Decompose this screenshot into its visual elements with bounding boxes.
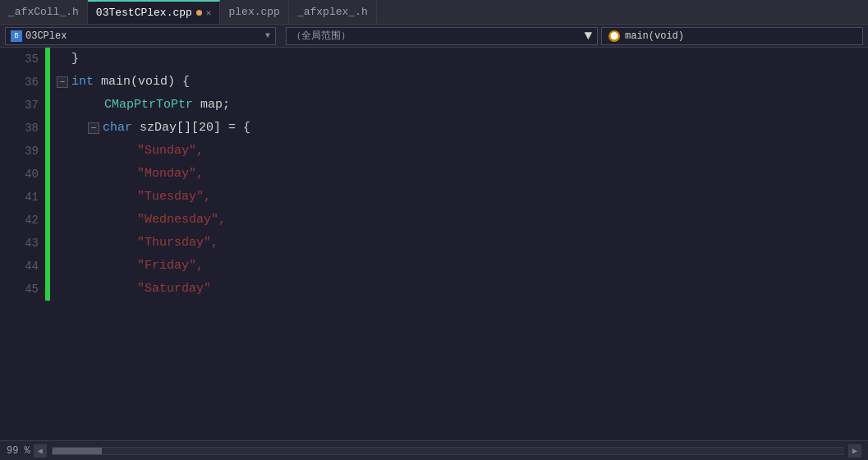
line-num-35: 35 [6,48,39,71]
code-36-rest: main(void) { [94,71,190,94]
code-line-38: − char szDay[][20] = { [57,117,868,140]
line-num-40: 40 [6,163,39,186]
code-line-41: "Tuesday", [57,186,868,209]
tab-plex-label: plex.cpp [228,6,279,18]
code-37-classname: CMapPtrToPtr [104,94,193,117]
tab-bar: _afxColl_.h 03TestCPlex.cpp ✕ plex.cpp _… [0,0,868,25]
tab-afxcoll[interactable]: _afxColl_.h [0,0,88,24]
code-line-36: − int main(void) { [57,71,868,94]
code-38-char: char [103,117,132,140]
code-line-40: "Monday", [57,163,868,186]
code-line-45: "Saturday" [57,278,868,301]
code-40-str: "Monday", [137,163,204,186]
code-line-37: CMapPtrToPtr map; [57,94,868,117]
code-35-content: } [71,48,79,71]
code-42-str: "Wednesday", [137,209,226,232]
code-37-rest: map; [193,94,230,117]
function-label: main(void) [625,30,684,42]
line-num-44: 44 [6,255,39,278]
scrollbar-thumb [53,448,102,454]
code-content[interactable]: } − int main(void) { CMapPtrToPtr map; −… [50,48,868,440]
scroll-right-button[interactable]: ▶ [848,444,861,458]
tab-03testcplex-label: 03TestCPlex.cpp [96,7,192,19]
tab-03testcplex[interactable]: 03TestCPlex.cpp ✕ [88,0,221,24]
horizontal-scrollbar[interactable] [52,447,843,455]
function-icon: ⬤ [609,30,620,42]
tab-plex[interactable]: plex.cpp [220,0,288,24]
code-36-int: int [71,71,94,94]
code-43-str: "Thursday", [137,232,218,255]
code-44-str: "Friday", [137,255,204,278]
code-line-43: "Thursday", [57,232,868,255]
editor: 35 36 37 38 39 40 41 42 43 44 45 } − [0,48,868,440]
line-num-41: 41 [6,186,39,209]
project-selector[interactable]: B 03CPlex ▼ [5,27,276,45]
line-num-42: 42 [6,209,39,232]
project-label: 03CPlex [25,30,262,42]
tab-afxplex[interactable]: _afxplex_.h [289,0,377,24]
line-num-36: 36 [6,71,39,94]
fold-icon-38[interactable]: − [88,122,99,134]
close-tab-button[interactable]: ✕ [206,7,212,18]
line-num-45: 45 [6,278,39,301]
code-41-str: "Tuesday", [137,186,211,209]
line-num-43: 43 [6,232,39,255]
scroll-left-button[interactable]: ◀ [34,444,47,458]
scope-dropdown-arrow: ▼ [584,29,592,44]
function-selector[interactable]: ⬤ main(void) [601,27,863,45]
code-line-39: "Sunday", [57,140,868,163]
code-45-str: "Saturday" [137,278,211,301]
fold-icon-36[interactable]: − [57,76,68,88]
scope-label: （全局范围） [292,29,581,43]
modified-indicator [196,10,202,16]
line-number-gutter: 35 36 37 38 39 40 41 42 43 44 45 [0,48,45,440]
scope-selector[interactable]: （全局范围） ▼ [286,27,598,45]
code-line-42: "Wednesday", [57,209,868,232]
code-line-44: "Friday", [57,255,868,278]
line-num-38: 38 [6,117,39,140]
project-dropdown-arrow: ▼ [265,31,270,40]
status-bar: 99 % ◀ ▶ [0,440,868,460]
tab-afxplex-label: _afxplex_.h [297,6,368,18]
toolbar: B 03CPlex ▼ （全局范围） ▼ ⬤ main(void) [0,25,868,48]
code-38-rest: szDay[][20] = { [132,117,250,140]
zoom-level: 99 % [7,445,30,457]
line-num-39: 39 [6,140,39,163]
code-39-str: "Sunday", [137,140,204,163]
code-line-35: } [57,48,868,71]
line-num-37: 37 [6,94,39,117]
project-icon: B [11,30,22,42]
tab-afxcoll-label: _afxColl_.h [8,6,79,18]
